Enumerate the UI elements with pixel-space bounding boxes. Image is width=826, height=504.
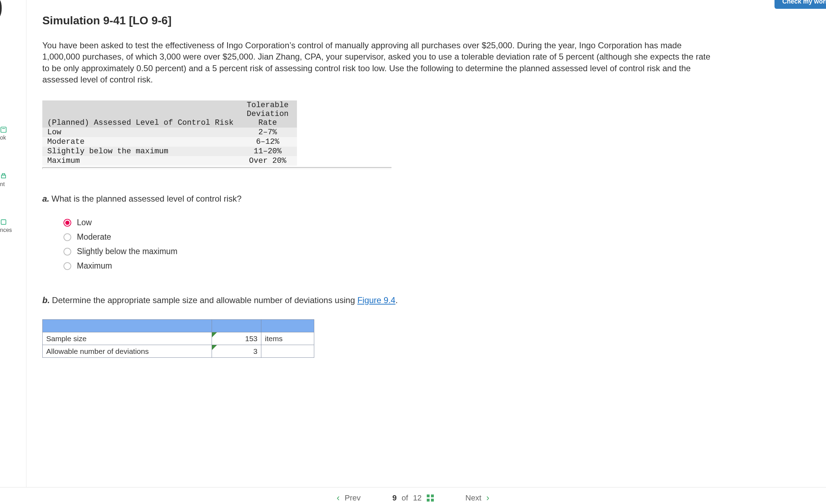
chevron-right-icon: › [486,492,490,503]
risk-rate: 11–20% [238,147,297,156]
answer-header-blank-unit [261,320,314,332]
part-b-question: b.Determine the appropriate sample size … [42,295,741,305]
radio-label: Low [77,218,92,227]
chevron-left-icon: ‹ [337,492,340,503]
svg-rect-4 [1,220,6,224]
book-icon [0,126,7,133]
prev-button[interactable]: ‹ Prev [337,492,361,503]
svg-rect-2 [1,175,6,178]
risk-table-header-rate: Tolerable Deviation Rate [238,100,297,128]
radio-icon [63,233,71,241]
sidebar-item-label: nces [0,227,12,233]
answer-value-input[interactable]: 153 [212,332,261,345]
references-icon [0,219,7,226]
risk-table: (Planned) Assessed Level of Control Risk… [42,100,297,166]
check-my-work-button[interactable]: Check my work [775,0,826,9]
edited-indicator-icon [212,345,217,350]
radio-option-slightly-below-max[interactable]: Slightly below the maximum [63,247,741,256]
question-content: Simulation 9-41 [LO 9-6] You have been a… [42,14,741,358]
part-a-question: a.What is the planned assessed level of … [42,194,741,204]
risk-level: Low [42,128,238,137]
radio-option-moderate[interactable]: Moderate [63,232,741,242]
answer-header-blank-label [43,320,212,332]
radio-label: Moderate [77,232,111,242]
answer-unit [261,345,314,358]
divider [42,167,391,169]
risk-table-row: Low 2–7% [42,128,297,137]
radio-icon [63,219,71,227]
radio-option-low[interactable]: Low [63,218,741,227]
risk-rate: 2–7% [238,128,297,137]
risk-table-row: Slightly below the maximum 11–20% [42,147,297,156]
risk-table-row: Moderate 6–12% [42,137,297,147]
question-intro: You have been asked to test the effectiv… [42,40,712,86]
prev-label: Prev [345,493,360,503]
answer-value-input[interactable]: 3 [212,345,261,358]
chapter-number: 9 [0,0,3,25]
answer-table: Sample size 153 items Allowable number o… [42,319,314,358]
risk-rate: Over 20% [238,156,297,166]
answer-unit: items [261,332,314,345]
question-nav-bar: ‹ Prev 9 of 12 Next › [0,487,826,504]
sidebar-item-ebook[interactable]: ok [0,126,26,141]
edited-indicator-icon [212,332,217,337]
left-sidebar: 9 ok nt nces [0,0,26,504]
print-icon [0,173,7,180]
next-button[interactable]: Next › [466,492,490,503]
risk-level: Moderate [42,137,238,147]
answer-row-sample-size: Sample size 153 items [43,332,314,345]
radio-option-maximum[interactable]: Maximum [63,261,741,271]
page-title: Simulation 9-41 [LO 9-6] [42,14,741,27]
figure-link[interactable]: Figure 9.4 [357,295,395,305]
answer-label: Sample size [43,332,212,345]
part-a-options: Low Moderate Slightly below the maximum … [63,218,741,271]
risk-level: Maximum [42,156,238,166]
svg-rect-0 [1,127,6,133]
sidebar-item-print[interactable]: nt [0,173,26,188]
radio-label: Maximum [77,261,112,271]
answer-header-blank-value [212,320,261,332]
radio-label: Slightly below the maximum [77,247,177,256]
next-label: Next [466,493,481,503]
radio-icon [63,248,71,256]
answer-row-allowable-deviations: Allowable number of deviations 3 [43,345,314,358]
answer-label: Allowable number of deviations [43,345,212,358]
sidebar-item-references[interactable]: nces [0,219,26,233]
sidebar-item-label: ok [0,135,6,141]
risk-level: Slightly below the maximum [42,147,238,156]
radio-icon [63,262,71,270]
risk-rate: 6–12% [238,137,297,147]
grid-icon[interactable] [427,494,434,502]
risk-table-header-level: (Planned) Assessed Level of Control Risk [42,100,238,128]
nav-position: 9 of 12 [392,493,433,503]
sidebar-item-label: nt [0,181,5,187]
risk-table-row: Maximum Over 20% [42,156,297,166]
svg-rect-3 [2,174,5,175]
